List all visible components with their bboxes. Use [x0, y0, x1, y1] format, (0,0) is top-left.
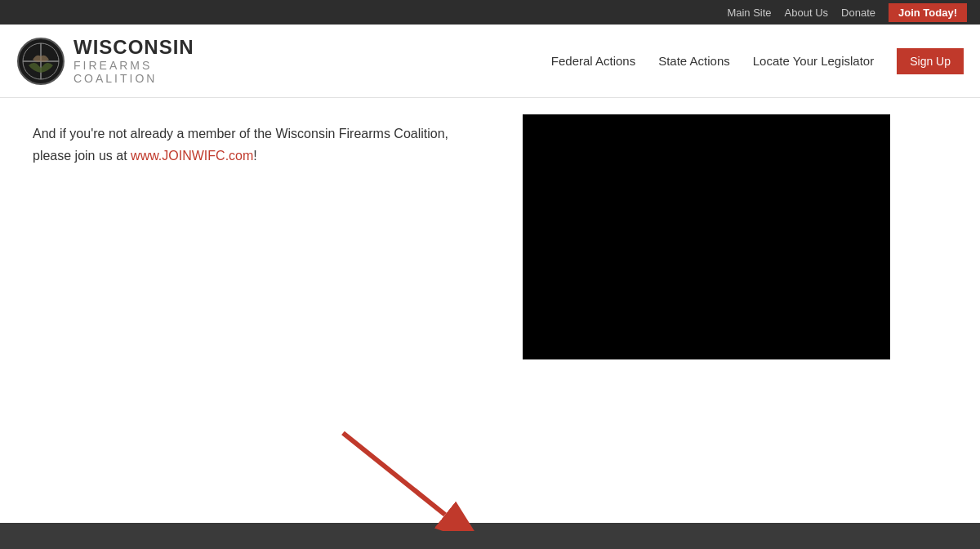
about-us-link[interactable]: About Us	[785, 7, 828, 19]
join-wifc-link[interactable]: www.JOINWIFC.com	[131, 149, 253, 163]
join-today-button[interactable]: Join Today!	[889, 3, 967, 22]
paragraph-suffix: !	[253, 149, 256, 163]
svg-line-5	[343, 433, 445, 515]
nav-links: Federal Actions State Actions Locate You…	[551, 48, 964, 74]
federal-actions-link[interactable]: Federal Actions	[551, 54, 635, 68]
video-embed[interactable]	[523, 114, 890, 359]
main-site-link[interactable]: Main Site	[727, 7, 771, 19]
main-navigation: WISCONSIN FIREARMS COALITION Federal Act…	[0, 25, 980, 98]
donate-link[interactable]: Donate	[841, 7, 875, 19]
arrow-area	[0, 425, 980, 523]
body-paragraph: And if you're not already a member of th…	[33, 123, 490, 167]
logo-text: WISCONSIN FIREARMS COALITION	[74, 37, 194, 84]
state-actions-link[interactable]: State Actions	[658, 54, 730, 68]
sign-up-button[interactable]: Sign Up	[897, 48, 964, 74]
left-column: And if you're not already a member of th…	[0, 98, 523, 425]
logo[interactable]: WISCONSIN FIREARMS COALITION	[16, 37, 194, 86]
top-bar: Main Site About Us Donate Join Today!	[0, 0, 980, 25]
main-content: And if you're not already a member of th…	[0, 98, 980, 425]
locate-legislator-link[interactable]: Locate Your Legislator	[753, 54, 874, 68]
red-arrow-icon	[318, 425, 482, 531]
logo-firearms: FIREARMS	[74, 59, 194, 72]
logo-icon	[16, 37, 65, 86]
right-column	[523, 98, 906, 425]
logo-wisconsin: WISCONSIN	[74, 37, 194, 58]
footer: Copyright © 2019 Wisconsin Firearms Coal…	[0, 523, 980, 549]
logo-coalition: COALITION	[74, 72, 194, 85]
